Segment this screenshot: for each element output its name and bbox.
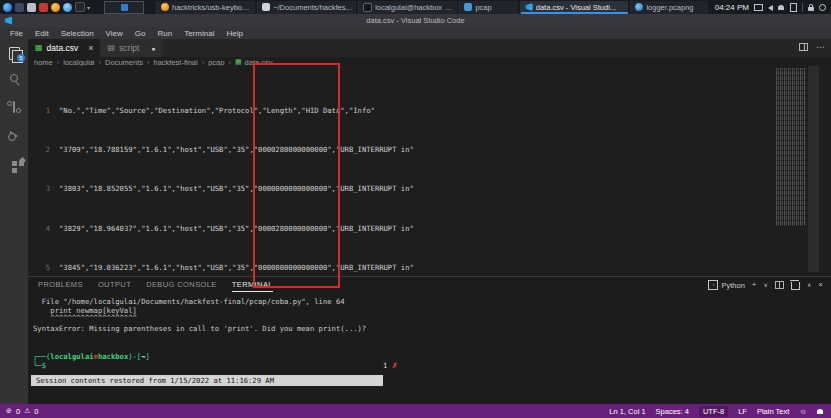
editor-actions: ⋯ [799, 43, 825, 51]
errors-count: 0 [16, 407, 20, 416]
taskbar-window-terminal[interactable]: localgulai@hackbox - ... [358, 1, 457, 14]
tab-data-csv[interactable]: ▦ data.csv × [28, 39, 100, 57]
line-number: 5 [28, 263, 50, 273]
line-number: 4 [28, 224, 50, 234]
close-panel-icon[interactable]: × [818, 280, 823, 290]
volume-icon[interactable] [768, 5, 773, 11]
taskbar-window-vscode[interactable]: data.csv - Visual Studi... [520, 1, 629, 14]
menu-item[interactable]: Terminal [178, 29, 220, 38]
menu-item[interactable]: Go [129, 29, 152, 38]
status-bar: ⊘ 0 ⚠ 0 Ln 1, Col 1 Spaces: 4 UTF-8 LF P… [0, 404, 831, 418]
tab-output[interactable]: OUTPUT [98, 280, 131, 292]
firefox-icon [161, 3, 169, 11]
extensions-icon[interactable] [0, 153, 28, 173]
menubar: File Edit Selection View Go Run Terminal… [0, 27, 831, 39]
problems-summary[interactable]: ⊘ 0 ⚠ 0 [0, 407, 39, 416]
code-line: 5 "3845","19.036223","1.6.1","host","USB… [28, 263, 414, 273]
close-icon[interactable]: × [88, 43, 93, 53]
file-manager-icon[interactable] [15, 3, 24, 12]
menu-item[interactable]: Help [220, 29, 248, 38]
web-browser-icon[interactable] [63, 3, 72, 12]
battery-icon[interactable] [790, 3, 797, 12]
tray-applet-button[interactable] [104, 1, 144, 14]
line-number: 3 [28, 184, 50, 194]
split-terminal-icon[interactable] [775, 281, 784, 289]
file-icon: ▤ [107, 44, 115, 52]
shell-label: Python [721, 281, 744, 290]
csv-file-icon: ▦ [35, 44, 43, 52]
terminal-shell-selector[interactable]: › Python [708, 280, 744, 290]
line-text: "3803","18.852055","1.6.1","host","USB",… [59, 184, 414, 194]
activity-bar: 5 [0, 39, 28, 404]
taskbar-window-wireshark[interactable]: logger.pcapng [630, 1, 707, 14]
vscode-icon [525, 3, 533, 11]
lock-icon[interactable] [808, 7, 814, 11]
display-icon[interactable] [754, 4, 763, 11]
chevron-down-icon[interactable]: ▾ [87, 4, 90, 11]
taskbar: ▾ hacktricks/usb-keyboa... ~/Documents/h… [0, 0, 831, 14]
more-actions-icon[interactable]: ⋯ [816, 43, 825, 51]
menu-item[interactable]: File [4, 29, 29, 38]
editor[interactable]: 1 "No.","Time","Source","Destination","P… [28, 66, 831, 276]
notifications-icon[interactable] [778, 5, 784, 10]
menu-item[interactable]: Edit [29, 29, 55, 38]
line-number: 2 [28, 145, 50, 155]
chevron-down-icon[interactable]: ∨ [764, 280, 768, 290]
terminal-prompt-line2[interactable]: └─$ [33, 361, 46, 370]
explorer-icon[interactable]: 5 [0, 43, 28, 63]
menu-item[interactable]: View [100, 29, 129, 38]
indentation[interactable]: Spaces: 4 [656, 407, 689, 416]
session-restored-banner: Session contents restored from 1/15/2022… [31, 375, 383, 386]
search-icon[interactable] [0, 68, 28, 88]
tab-debug-console[interactable]: DEBUG CONSOLE [146, 280, 217, 292]
editor-tabs: ▦ data.csv × ▤ script ● ⋯ [28, 39, 831, 57]
taskbar-window-pcap[interactable]: pcap [459, 1, 517, 14]
source-control-icon[interactable] [0, 97, 28, 117]
notifications-bell-icon[interactable] [817, 409, 823, 414]
panel-actions: › Python + ∨ ∧ × [708, 280, 823, 290]
window-label: logger.pcapng [646, 3, 693, 12]
terminal-traceback-file: File "/home/localgulai/Documents/hackfes… [33, 297, 345, 306]
system-tray: 04:24 PM [710, 3, 831, 12]
tab-label: data.csv [47, 43, 79, 53]
errors-icon: ⊘ [6, 407, 12, 415]
run-debug-icon[interactable] [0, 126, 28, 146]
maximize-panel-icon[interactable]: ∧ [807, 280, 811, 290]
eol-sequence[interactable]: LF [738, 407, 747, 416]
feedback-icon[interactable]: ☺ [799, 407, 807, 416]
tab-problems[interactable]: PROBLEMS [38, 280, 83, 292]
tab-script[interactable]: ▤ script ● [100, 39, 163, 57]
applet-icon [121, 4, 128, 11]
taskbar-window-firefox[interactable]: hacktricks/usb-keyboa... [156, 1, 255, 14]
cursor-position[interactable]: Ln 1, Col 1 [609, 407, 645, 416]
power-icon[interactable] [819, 4, 826, 11]
kill-terminal-icon[interactable] [791, 282, 800, 290]
kali-menu-icon[interactable] [3, 3, 12, 12]
screen: ▾ hacktricks/usb-keyboa... ~/Documents/h… [0, 0, 831, 418]
window-label: data.csv - Visual Studi... [536, 3, 616, 12]
encoding[interactable]: UTF-8 [699, 406, 728, 417]
split-editor-icon[interactable] [799, 43, 808, 51]
line-text: "3709","18.788159","1.6.1","host","USB",… [59, 145, 414, 155]
modified-dot-icon[interactable]: ● [151, 45, 155, 52]
minimap[interactable] [776, 68, 806, 226]
pdf-viewer-icon[interactable] [39, 3, 48, 12]
taskbar-launchers: ▾ [0, 2, 90, 12]
language-mode[interactable]: Plain Text [757, 407, 789, 416]
terminal-icon[interactable] [75, 2, 85, 12]
new-terminal-icon[interactable]: + [752, 280, 757, 290]
editor-scrollbar[interactable] [808, 66, 819, 272]
tray-divider [802, 3, 803, 12]
window-label: localgulai@hackbox - ... [375, 3, 453, 12]
terminal-icon [363, 3, 372, 12]
window-label: hacktricks/usb-keyboa... [172, 3, 251, 12]
line-number: 1 [28, 106, 50, 116]
line-text: "3845","19.036223","1.6.1","host","USB",… [59, 263, 414, 273]
menu-item[interactable]: Selection [55, 29, 100, 38]
menu-item[interactable]: Run [151, 29, 178, 38]
clock[interactable]: 04:24 PM [715, 3, 749, 12]
firefox-icon[interactable] [51, 3, 60, 12]
folder-icon[interactable] [27, 3, 36, 12]
tab-label: script [119, 43, 139, 53]
taskbar-window-files[interactable]: ~/Documents/hackfes... [257, 1, 356, 14]
